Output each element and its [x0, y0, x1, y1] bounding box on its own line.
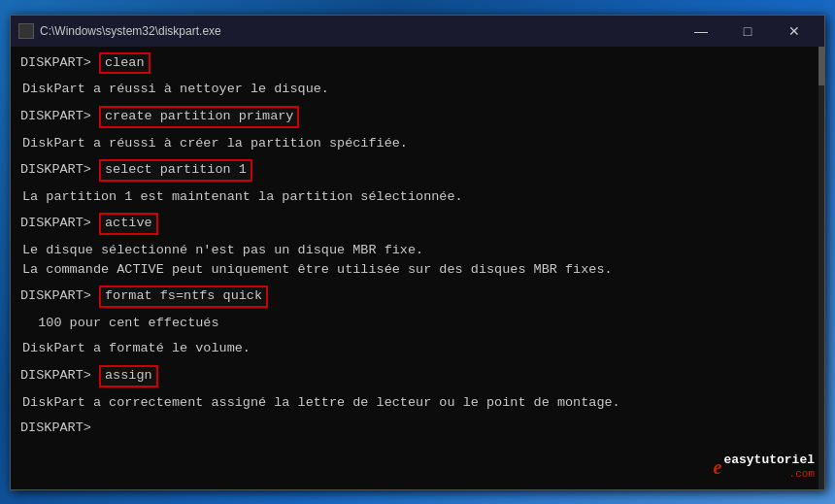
- window-title: C:\Windows\system32\diskpart.exe: [40, 24, 679, 38]
- line-select: DISKPART> select partition 1: [20, 159, 815, 182]
- line-assign: DISKPART> assign: [20, 365, 815, 387]
- maximize-button[interactable]: □: [725, 17, 770, 45]
- cmd-select: select partition 1: [99, 159, 252, 182]
- scrollbar-thumb: [818, 47, 824, 85]
- close-button[interactable]: ✕: [772, 17, 817, 45]
- cmd-format: format fs=ntfs quick: [99, 286, 268, 308]
- terminal-window: C:\Windows\system32\diskpart.exe — □ ✕ D…: [10, 15, 825, 490]
- prompt-4: DISKPART>: [20, 214, 99, 233]
- cmd-assign: assign: [99, 365, 158, 387]
- prompt-5: DISKPART>: [20, 286, 99, 306]
- output-format-percent: 100 pour cent effectués: [20, 314, 815, 333]
- prompt-final: DISKPART>: [20, 419, 99, 438]
- output-create: DiskPart a réussi à créer la partition s…: [20, 134, 815, 153]
- output-assign: DiskPart a correctement assigné la lettr…: [20, 393, 815, 413]
- cmd-create: create partition primary: [99, 106, 299, 128]
- prompt-3: DISKPART>: [20, 160, 99, 180]
- output-clean: DiskPart a réussi à nettoyer le disque.: [20, 80, 815, 99]
- line-format: DISKPART> format fs=ntfs quick: [20, 286, 815, 308]
- terminal-body[interactable]: DISKPART> clean DiskPart a réussi à nett…: [11, 47, 824, 489]
- line-create: DISKPART> create partition primary: [20, 106, 815, 128]
- watermark: e easytutoriel .com: [713, 453, 815, 482]
- line-final-prompt: DISKPART>: [20, 419, 815, 438]
- scrollbar[interactable]: [818, 47, 824, 489]
- output-select: La partition 1 est maintenant la partiti…: [20, 187, 815, 207]
- output-active-2: La commande ACTIVE peut uniquement être …: [20, 260, 815, 280]
- prompt-1: DISKPART>: [20, 53, 99, 73]
- output-active-1: Le disque sélectionné n'est pas un disqu…: [20, 241, 815, 260]
- title-bar: C:\Windows\system32\diskpart.exe — □ ✕: [11, 16, 824, 47]
- output-format-done: DiskPart a formaté le volume.: [20, 339, 815, 358]
- watermark-tld: .com: [723, 468, 815, 480]
- watermark-text: easytutoriel .com: [723, 454, 815, 479]
- cmd-clean: clean: [99, 52, 150, 75]
- minimize-button[interactable]: —: [679, 17, 723, 45]
- window-controls: — □ ✕: [679, 17, 817, 45]
- prompt-2: DISKPART>: [20, 107, 99, 126]
- cmd-active: active: [99, 213, 158, 235]
- line-active: DISKPART> active: [20, 213, 815, 235]
- prompt-6: DISKPART>: [20, 366, 99, 386]
- watermark-brand: easytutoriel: [723, 454, 815, 467]
- app-icon: [18, 23, 34, 39]
- line-clean: DISKPART> clean: [20, 52, 815, 75]
- watermark-e-icon: e: [713, 453, 721, 482]
